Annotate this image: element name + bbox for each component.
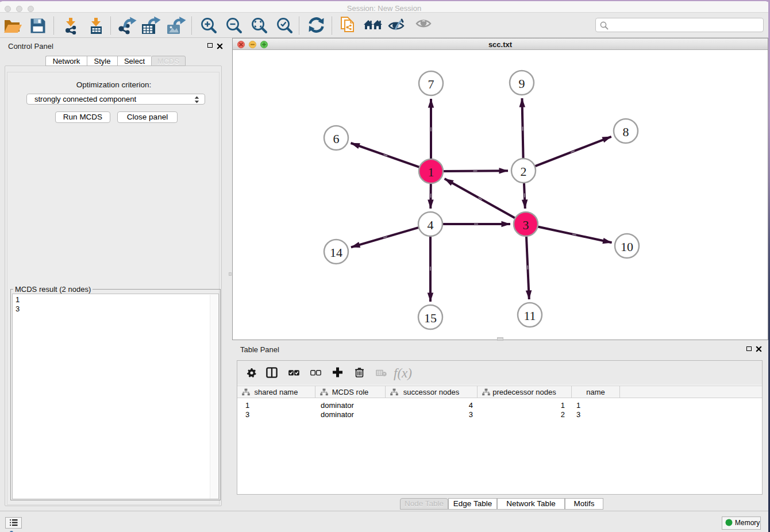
svg-text:11: 11 [523, 309, 536, 323]
svg-text:1: 1 [428, 165, 434, 179]
svg-text:8: 8 [623, 125, 629, 139]
svg-text:7: 7 [428, 77, 434, 91]
svg-text:10: 10 [621, 240, 633, 254]
svg-text:4: 4 [428, 218, 434, 232]
svg-text:9: 9 [519, 76, 525, 91]
svg-text:15: 15 [424, 311, 437, 325]
svg-text:14: 14 [330, 245, 342, 260]
svg-text:2: 2 [521, 164, 527, 179]
svg-text:6: 6 [333, 132, 340, 146]
svg-text:3: 3 [523, 218, 529, 232]
